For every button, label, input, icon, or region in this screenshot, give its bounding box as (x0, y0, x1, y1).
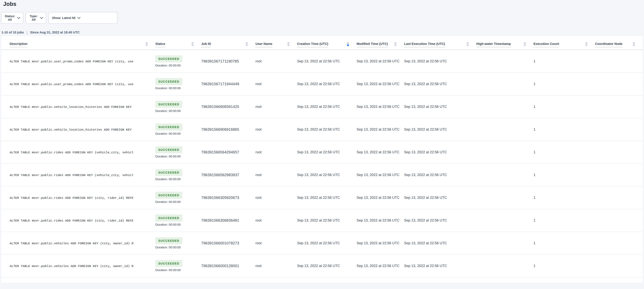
sort-arrows-icon (287, 42, 290, 47)
sort-arrows-icon (246, 42, 248, 47)
job-id-link[interactable]: 796391567171190785 (201, 59, 239, 63)
job-id-link[interactable]: 796391566906916865 (201, 127, 239, 131)
job-id-link[interactable]: 796391566562983937 (201, 173, 239, 177)
job-status-cell: SUCCEEDED Duration: 00:00:00 (155, 232, 201, 254)
job-id-link[interactable]: 796391566000128001 (201, 264, 239, 268)
chevron-down-icon (78, 16, 80, 19)
job-last-execution-time: Sep 13, 2022 at 22:56 UTC (404, 164, 476, 186)
filter-dropdown[interactable]: Status: All (1, 12, 23, 24)
job-id-link[interactable]: 796391566306836481 (201, 218, 239, 222)
job-description-cell: ALTER TABLE movr.public.rides ADD FOREIG… (2, 141, 155, 164)
status-badge: SUCCEEDED (155, 169, 182, 176)
job-description-cell: ALTER TABLE movr.public.user_promo_codes… (2, 50, 155, 73)
filter-dropdown[interactable]: Show: Latest 50 (48, 12, 118, 24)
summary-divider: | (26, 30, 28, 35)
column-header-label: Description (10, 42, 28, 47)
sort-arrows-icon (524, 42, 526, 47)
job-execution-count: 1 (534, 164, 595, 186)
filter-dropdown[interactable]: Type: All (26, 12, 46, 24)
job-id-cell: 796391566908391425 (201, 95, 256, 118)
results-summary: 1-10 of 10 jobs | Since Aug 31, 2022 at … (2, 30, 644, 35)
job-last-execution-time: Sep 13, 2022 at 22:56 UTC (404, 232, 476, 254)
job-status-cell: SUCCEEDED Duration: 00:00:00 (155, 164, 201, 186)
job-description-cell: ALTER TABLE movr.public.user_promo_codes… (2, 73, 155, 95)
job-high-water-timestamp (476, 118, 534, 141)
column-header[interactable]: Execution Count (534, 36, 595, 50)
column-header-label: Coordinator Node (595, 42, 622, 47)
table-row: ALTER TABLE movr.public.user_promo_codes… (2, 50, 642, 73)
column-header[interactable]: Coordinator Node (595, 36, 642, 50)
job-user-name: root (256, 164, 297, 186)
column-header[interactable]: Status (155, 36, 201, 50)
job-high-water-timestamp (476, 232, 534, 254)
job-description: ALTER TABLE movr.public.vehicles ADD FOR… (10, 242, 133, 245)
job-duration: Duration: 00:00:00 (155, 109, 201, 113)
table-row: ALTER TABLE movr.public.rides ADD FOREIG… (2, 164, 642, 186)
job-last-execution-time: Sep 13, 2022 at 22:56 UTC (404, 141, 476, 164)
table-body: ALTER TABLE movr.public.user_promo_codes… (2, 50, 642, 277)
job-description-cell: ALTER TABLE movr.public.vehicle_location… (2, 118, 155, 141)
job-execution-count: 1 (534, 209, 595, 232)
job-last-execution-time: Sep 13, 2022 at 22:56 UTC (404, 118, 476, 141)
job-creation-time: Sep 13, 2022 at 22:56 UTC (297, 164, 356, 186)
job-id-link[interactable]: 796391566001078273 (201, 241, 239, 245)
job-id-link[interactable]: 796391566908391425 (201, 105, 239, 109)
sort-up-icon (394, 42, 397, 44)
job-id-link[interactable]: 796391566305820673 (201, 196, 239, 200)
job-description-cell: ALTER TABLE movr.public.rides ADD FOREIG… (2, 164, 155, 186)
column-header-label: Job ID (201, 42, 211, 47)
job-user-name: root (256, 141, 297, 164)
job-coordinator-node (595, 73, 642, 95)
job-coordinator-node (595, 186, 642, 209)
sort-up-icon (585, 42, 588, 44)
job-execution-count: 1 (534, 50, 595, 73)
sort-arrows-icon (585, 42, 588, 47)
job-id-cell: 796391566564294657 (201, 141, 256, 164)
chevron-down-icon (40, 16, 43, 19)
job-coordinator-node (595, 232, 642, 254)
sort-up-icon (524, 42, 526, 44)
column-header-label: Last Execution Time (UTC) (404, 42, 445, 47)
job-description: ALTER TABLE movr.public.rides ADD FOREIG… (10, 174, 133, 177)
sort-arrows-icon (466, 42, 469, 47)
job-modified-time: Sep 13, 2022 at 22:56 UTC (356, 118, 404, 141)
job-duration: Duration: 00:00:00 (155, 177, 201, 181)
column-header[interactable]: Job ID (201, 36, 256, 50)
job-execution-count: 1 (534, 254, 595, 277)
sort-up-icon (287, 42, 290, 44)
job-high-water-timestamp (476, 254, 534, 277)
job-status-cell: SUCCEEDED Duration: 00:00:00 (155, 141, 201, 164)
job-last-execution-time: Sep 13, 2022 at 22:56 UTC (404, 254, 476, 277)
sort-down-icon (524, 45, 526, 46)
column-header-label: Status (155, 42, 165, 47)
job-id-link[interactable]: 796391566564294657 (201, 150, 239, 154)
sort-down-icon (246, 45, 248, 46)
job-coordinator-node (595, 141, 642, 164)
job-description: ALTER TABLE movr.public.user_promo_codes… (10, 83, 133, 86)
column-header-label: Modified Time (UTC) (356, 42, 388, 47)
column-header[interactable]: High-water Timestamp (476, 36, 534, 50)
column-header[interactable]: Creation Time (UTC) (297, 36, 356, 50)
column-header[interactable]: Last Execution Time (UTC) (404, 36, 476, 50)
job-duration: Duration: 00:00:00 (155, 268, 201, 272)
column-header[interactable]: Modified Time (UTC) (356, 36, 404, 50)
column-header[interactable]: Description (2, 36, 155, 50)
job-creation-time: Sep 13, 2022 at 22:56 UTC (297, 254, 356, 277)
sort-down-icon (191, 45, 194, 46)
job-user-name: root (256, 95, 297, 118)
sort-up-icon (466, 42, 469, 44)
job-duration: Duration: 00:00:00 (155, 245, 201, 249)
sort-arrows-icon (346, 42, 349, 47)
job-high-water-timestamp (476, 209, 534, 232)
job-id-link[interactable]: 796391567171944449 (201, 82, 239, 86)
job-coordinator-node (595, 118, 642, 141)
job-description: ALTER TABLE movr.public.vehicles ADD FOR… (10, 264, 133, 268)
job-execution-count: 1 (534, 232, 595, 254)
status-badge: SUCCEEDED (155, 78, 182, 85)
job-status-cell: SUCCEEDED Duration: 00:00:00 (155, 118, 201, 141)
job-id-cell: 796391567171944449 (201, 73, 256, 95)
job-high-water-timestamp (476, 73, 534, 95)
status-badge: SUCCEEDED (155, 260, 182, 267)
job-creation-time: Sep 13, 2022 at 22:56 UTC (297, 232, 356, 254)
column-header[interactable]: User Name (256, 36, 297, 50)
